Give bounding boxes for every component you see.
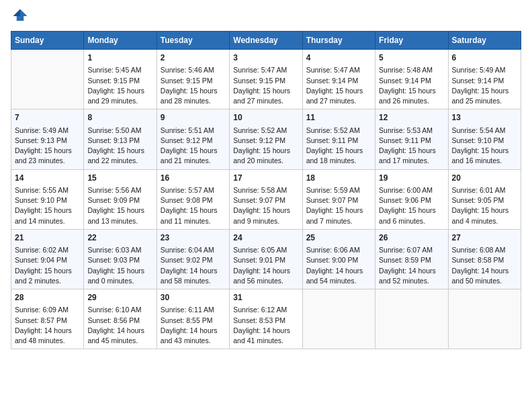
- day-info: Sunset: 9:14 PM: [379, 76, 444, 86]
- day-info: and 48 minutes.: [15, 336, 80, 346]
- page: SundayMondayTuesdayWednesdayThursdayFrid…: [0, 0, 532, 360]
- day-info: Daylight: 15 hours: [87, 205, 152, 216]
- day-info: Daylight: 14 hours: [161, 266, 226, 276]
- header-day: Wednesday: [230, 32, 302, 50]
- day-number: 30: [161, 292, 226, 304]
- day-number: 16: [161, 173, 226, 184]
- calendar-cell: 16Sunrise: 5:57 AMSunset: 9:08 PMDayligh…: [157, 169, 229, 229]
- day-info: Sunset: 9:08 PM: [161, 195, 226, 205]
- calendar-cell: 30Sunrise: 6:11 AMSunset: 8:55 PMDayligh…: [157, 289, 229, 349]
- day-info: Sunset: 9:14 PM: [306, 76, 371, 86]
- day-number: 12: [379, 112, 444, 124]
- day-info: Sunrise: 5:55 AM: [15, 185, 80, 195]
- calendar-cell: 29Sunrise: 6:10 AMSunset: 8:56 PMDayligh…: [84, 289, 157, 349]
- day-info: Sunrise: 6:04 AM: [161, 245, 226, 255]
- day-info: Sunset: 9:10 PM: [452, 136, 517, 146]
- day-info: Sunset: 9:05 PM: [452, 195, 517, 205]
- calendar-cell: 25Sunrise: 6:06 AMSunset: 9:00 PMDayligh…: [302, 229, 375, 289]
- day-number: 28: [15, 292, 80, 304]
- day-info: Sunrise: 6:06 AM: [306, 245, 371, 255]
- day-info: and 54 minutes.: [306, 276, 371, 286]
- day-info: Daylight: 14 hours: [233, 326, 298, 336]
- day-info: Sunrise: 6:00 AM: [379, 185, 444, 195]
- day-info: Sunrise: 6:03 AM: [87, 245, 152, 255]
- day-number: 19: [379, 173, 444, 184]
- day-info: Sunset: 9:09 PM: [87, 195, 152, 205]
- day-number: 25: [306, 232, 371, 244]
- calendar-cell: 11Sunrise: 5:52 AMSunset: 9:11 PMDayligh…: [302, 109, 375, 169]
- day-number: 20: [452, 173, 517, 184]
- calendar-cell: 26Sunrise: 6:07 AMSunset: 8:59 PMDayligh…: [375, 229, 448, 289]
- calendar-cell: 15Sunrise: 5:56 AMSunset: 9:09 PMDayligh…: [84, 169, 157, 229]
- day-info: and 50 minutes.: [452, 276, 517, 286]
- day-number: 14: [15, 173, 80, 184]
- day-info: Daylight: 15 hours: [233, 146, 298, 156]
- day-info: and 7 minutes.: [306, 216, 371, 226]
- header-day: Sunday: [11, 32, 84, 50]
- day-info: Sunset: 9:15 PM: [233, 76, 298, 86]
- day-info: and 56 minutes.: [233, 276, 298, 286]
- day-info: Sunrise: 5:50 AM: [87, 126, 152, 136]
- day-info: and 28 minutes.: [161, 96, 226, 106]
- day-info: Sunset: 9:10 PM: [15, 195, 80, 205]
- calendar-cell: 9Sunrise: 5:51 AMSunset: 9:12 PMDaylight…: [157, 109, 229, 169]
- day-info: Sunset: 9:07 PM: [306, 195, 371, 205]
- calendar-cell: [302, 289, 375, 349]
- calendar-cell: 7Sunrise: 5:49 AMSunset: 9:13 PMDaylight…: [11, 109, 84, 169]
- day-info: Daylight: 15 hours: [15, 146, 80, 156]
- header-day: Saturday: [448, 32, 521, 50]
- day-number: 4: [306, 52, 371, 64]
- day-info: Daylight: 15 hours: [233, 86, 298, 96]
- day-number: 18: [306, 173, 371, 184]
- calendar-cell: 21Sunrise: 6:02 AMSunset: 9:04 PMDayligh…: [11, 229, 84, 289]
- day-info: Sunset: 9:14 PM: [452, 76, 517, 86]
- day-info: Sunrise: 5:46 AM: [161, 65, 226, 75]
- day-info: and 0 minutes.: [87, 276, 152, 286]
- day-info: Sunset: 9:13 PM: [15, 136, 80, 146]
- day-info: Daylight: 15 hours: [161, 205, 226, 216]
- day-info: Sunrise: 5:45 AM: [87, 65, 152, 75]
- day-info: Sunset: 9:15 PM: [161, 76, 226, 86]
- day-info: and 4 minutes.: [452, 216, 517, 226]
- day-info: Sunset: 8:53 PM: [233, 316, 298, 326]
- day-info: Sunset: 8:59 PM: [379, 255, 444, 265]
- day-info: Sunset: 9:11 PM: [306, 136, 371, 146]
- day-info: Daylight: 14 hours: [87, 326, 152, 336]
- day-number: 9: [161, 112, 226, 124]
- calendar-cell: 2Sunrise: 5:46 AMSunset: 9:15 PMDaylight…: [157, 50, 229, 109]
- day-info: and 23 minutes.: [15, 156, 80, 166]
- day-info: and 16 minutes.: [452, 156, 517, 166]
- day-info: Sunset: 9:11 PM: [379, 136, 444, 146]
- day-info: Sunrise: 5:52 AM: [306, 126, 371, 136]
- day-number: 22: [87, 232, 152, 244]
- day-info: Sunset: 9:12 PM: [161, 136, 226, 146]
- day-info: and 21 minutes.: [161, 156, 226, 166]
- day-info: and 13 minutes.: [87, 216, 152, 226]
- day-info: Sunrise: 6:01 AM: [452, 185, 517, 195]
- calendar-cell: 13Sunrise: 5:54 AMSunset: 9:10 PMDayligh…: [448, 109, 521, 169]
- calendar-cell: 3Sunrise: 5:47 AMSunset: 9:15 PMDaylight…: [230, 50, 302, 109]
- day-info: Sunset: 9:06 PM: [379, 195, 444, 205]
- day-info: and 45 minutes.: [87, 336, 152, 346]
- day-info: and 58 minutes.: [161, 276, 226, 286]
- header-row: SundayMondayTuesdayWednesdayThursdayFrid…: [11, 32, 521, 50]
- day-info: Sunrise: 6:09 AM: [15, 305, 80, 315]
- day-info: Daylight: 15 hours: [306, 205, 371, 216]
- day-info: Sunrise: 5:49 AM: [15, 126, 80, 136]
- day-info: Daylight: 14 hours: [161, 326, 226, 336]
- day-info: Sunrise: 6:05 AM: [233, 245, 298, 255]
- day-info: Sunrise: 6:08 AM: [452, 245, 517, 255]
- week-row: 1Sunrise: 5:45 AMSunset: 9:15 PMDaylight…: [11, 50, 521, 109]
- day-info: Sunset: 9:13 PM: [87, 136, 152, 146]
- header: [11, 7, 521, 26]
- day-info: Sunrise: 5:47 AM: [306, 65, 371, 75]
- day-info: and 25 minutes.: [452, 96, 517, 106]
- day-info: Sunrise: 5:54 AM: [452, 126, 517, 136]
- svg-marker-0: [20, 9, 28, 17]
- header-day: Tuesday: [157, 32, 229, 50]
- header-day: Monday: [84, 32, 157, 50]
- day-info: and 52 minutes.: [379, 276, 444, 286]
- day-info: Sunset: 9:00 PM: [306, 255, 371, 265]
- calendar-cell: 20Sunrise: 6:01 AMSunset: 9:05 PMDayligh…: [448, 169, 521, 229]
- day-number: 31: [233, 292, 298, 304]
